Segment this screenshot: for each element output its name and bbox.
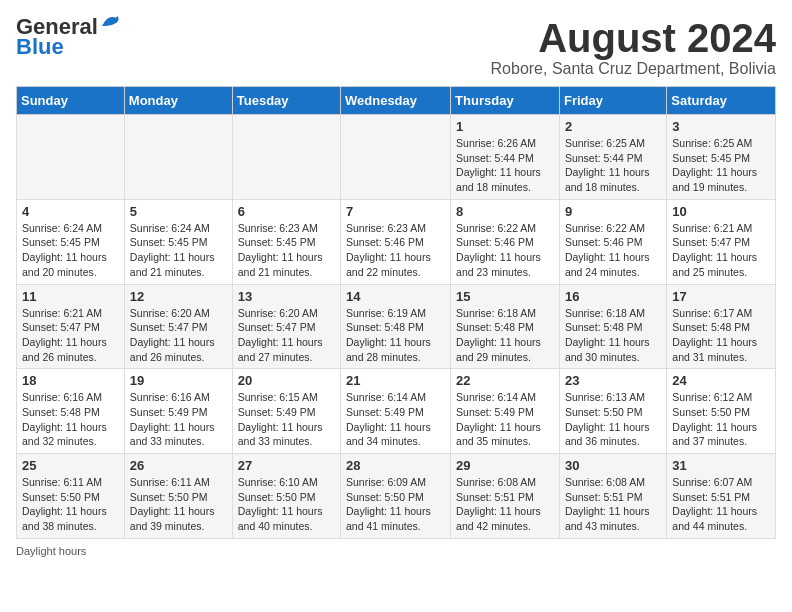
weekday-header-cell: Friday: [559, 87, 666, 115]
calendar-day-cell: 12Sunrise: 6:20 AM Sunset: 5:47 PM Dayli…: [124, 284, 232, 369]
weekday-header-cell: Monday: [124, 87, 232, 115]
day-info: Sunrise: 6:22 AM Sunset: 5:46 PM Dayligh…: [565, 221, 661, 280]
day-info: Sunrise: 6:13 AM Sunset: 5:50 PM Dayligh…: [565, 390, 661, 449]
day-number: 10: [672, 204, 770, 219]
calendar-day-cell: 26Sunrise: 6:11 AM Sunset: 5:50 PM Dayli…: [124, 454, 232, 539]
day-number: 27: [238, 458, 335, 473]
calendar-day-cell: 8Sunrise: 6:22 AM Sunset: 5:46 PM Daylig…: [451, 199, 560, 284]
calendar-week-row: 4Sunrise: 6:24 AM Sunset: 5:45 PM Daylig…: [17, 199, 776, 284]
day-number: 21: [346, 373, 445, 388]
day-info: Sunrise: 6:20 AM Sunset: 5:47 PM Dayligh…: [130, 306, 227, 365]
calendar-day-cell: 21Sunrise: 6:14 AM Sunset: 5:49 PM Dayli…: [341, 369, 451, 454]
day-info: Sunrise: 6:10 AM Sunset: 5:50 PM Dayligh…: [238, 475, 335, 534]
day-info: Sunrise: 6:26 AM Sunset: 5:44 PM Dayligh…: [456, 136, 554, 195]
day-number: 5: [130, 204, 227, 219]
weekday-header-cell: Sunday: [17, 87, 125, 115]
day-number: 12: [130, 289, 227, 304]
calendar-day-cell: 2Sunrise: 6:25 AM Sunset: 5:44 PM Daylig…: [559, 115, 666, 200]
day-number: 11: [22, 289, 119, 304]
calendar-day-cell: 5Sunrise: 6:24 AM Sunset: 5:45 PM Daylig…: [124, 199, 232, 284]
day-info: Sunrise: 6:16 AM Sunset: 5:48 PM Dayligh…: [22, 390, 119, 449]
calendar-day-cell: 7Sunrise: 6:23 AM Sunset: 5:46 PM Daylig…: [341, 199, 451, 284]
calendar-week-row: 18Sunrise: 6:16 AM Sunset: 5:48 PM Dayli…: [17, 369, 776, 454]
calendar-day-cell: 11Sunrise: 6:21 AM Sunset: 5:47 PM Dayli…: [17, 284, 125, 369]
calendar-day-cell: [232, 115, 340, 200]
weekday-header-row: SundayMondayTuesdayWednesdayThursdayFrid…: [17, 87, 776, 115]
day-number: 18: [22, 373, 119, 388]
day-info: Sunrise: 6:21 AM Sunset: 5:47 PM Dayligh…: [22, 306, 119, 365]
calendar-day-cell: 17Sunrise: 6:17 AM Sunset: 5:48 PM Dayli…: [667, 284, 776, 369]
calendar-day-cell: 4Sunrise: 6:24 AM Sunset: 5:45 PM Daylig…: [17, 199, 125, 284]
day-number: 6: [238, 204, 335, 219]
calendar-day-cell: 6Sunrise: 6:23 AM Sunset: 5:45 PM Daylig…: [232, 199, 340, 284]
calendar-day-cell: 24Sunrise: 6:12 AM Sunset: 5:50 PM Dayli…: [667, 369, 776, 454]
calendar-day-cell: 25Sunrise: 6:11 AM Sunset: 5:50 PM Dayli…: [17, 454, 125, 539]
day-number: 1: [456, 119, 554, 134]
day-number: 16: [565, 289, 661, 304]
logo-bird-icon: [100, 12, 122, 30]
calendar-table: SundayMondayTuesdayWednesdayThursdayFrid…: [16, 86, 776, 539]
day-number: 20: [238, 373, 335, 388]
day-info: Sunrise: 6:11 AM Sunset: 5:50 PM Dayligh…: [130, 475, 227, 534]
calendar-day-cell: 28Sunrise: 6:09 AM Sunset: 5:50 PM Dayli…: [341, 454, 451, 539]
day-info: Sunrise: 6:11 AM Sunset: 5:50 PM Dayligh…: [22, 475, 119, 534]
logo: General Blue: [16, 16, 122, 58]
weekday-header-cell: Saturday: [667, 87, 776, 115]
weekday-header-cell: Thursday: [451, 87, 560, 115]
calendar-day-cell: 9Sunrise: 6:22 AM Sunset: 5:46 PM Daylig…: [559, 199, 666, 284]
day-info: Sunrise: 6:24 AM Sunset: 5:45 PM Dayligh…: [22, 221, 119, 280]
calendar-day-cell: 3Sunrise: 6:25 AM Sunset: 5:45 PM Daylig…: [667, 115, 776, 200]
day-info: Sunrise: 6:19 AM Sunset: 5:48 PM Dayligh…: [346, 306, 445, 365]
day-number: 26: [130, 458, 227, 473]
calendar-day-cell: 30Sunrise: 6:08 AM Sunset: 5:51 PM Dayli…: [559, 454, 666, 539]
calendar-week-row: 1Sunrise: 6:26 AM Sunset: 5:44 PM Daylig…: [17, 115, 776, 200]
day-info: Sunrise: 6:24 AM Sunset: 5:45 PM Dayligh…: [130, 221, 227, 280]
day-info: Sunrise: 6:14 AM Sunset: 5:49 PM Dayligh…: [456, 390, 554, 449]
calendar-day-cell: 29Sunrise: 6:08 AM Sunset: 5:51 PM Dayli…: [451, 454, 560, 539]
calendar-day-cell: 23Sunrise: 6:13 AM Sunset: 5:50 PM Dayli…: [559, 369, 666, 454]
day-number: 15: [456, 289, 554, 304]
day-number: 19: [130, 373, 227, 388]
day-info: Sunrise: 6:20 AM Sunset: 5:47 PM Dayligh…: [238, 306, 335, 365]
day-number: 7: [346, 204, 445, 219]
daylight-hours-label: Daylight hours: [16, 545, 86, 557]
day-number: 17: [672, 289, 770, 304]
day-info: Sunrise: 6:23 AM Sunset: 5:46 PM Dayligh…: [346, 221, 445, 280]
month-year-title: August 2024: [491, 16, 776, 60]
day-info: Sunrise: 6:08 AM Sunset: 5:51 PM Dayligh…: [565, 475, 661, 534]
calendar-day-cell: 14Sunrise: 6:19 AM Sunset: 5:48 PM Dayli…: [341, 284, 451, 369]
day-info: Sunrise: 6:23 AM Sunset: 5:45 PM Dayligh…: [238, 221, 335, 280]
day-number: 29: [456, 458, 554, 473]
day-number: 31: [672, 458, 770, 473]
calendar-day-cell: [341, 115, 451, 200]
day-info: Sunrise: 6:16 AM Sunset: 5:49 PM Dayligh…: [130, 390, 227, 449]
day-info: Sunrise: 6:22 AM Sunset: 5:46 PM Dayligh…: [456, 221, 554, 280]
day-number: 30: [565, 458, 661, 473]
day-info: Sunrise: 6:12 AM Sunset: 5:50 PM Dayligh…: [672, 390, 770, 449]
day-number: 2: [565, 119, 661, 134]
day-info: Sunrise: 6:17 AM Sunset: 5:48 PM Dayligh…: [672, 306, 770, 365]
calendar-day-cell: 13Sunrise: 6:20 AM Sunset: 5:47 PM Dayli…: [232, 284, 340, 369]
day-number: 24: [672, 373, 770, 388]
calendar-day-cell: 31Sunrise: 6:07 AM Sunset: 5:51 PM Dayli…: [667, 454, 776, 539]
day-number: 22: [456, 373, 554, 388]
day-number: 13: [238, 289, 335, 304]
day-info: Sunrise: 6:14 AM Sunset: 5:49 PM Dayligh…: [346, 390, 445, 449]
location-subtitle: Robore, Santa Cruz Department, Bolivia: [491, 60, 776, 78]
calendar-day-cell: [17, 115, 125, 200]
calendar-week-row: 25Sunrise: 6:11 AM Sunset: 5:50 PM Dayli…: [17, 454, 776, 539]
calendar-week-row: 11Sunrise: 6:21 AM Sunset: 5:47 PM Dayli…: [17, 284, 776, 369]
title-area: August 2024 Robore, Santa Cruz Departmen…: [491, 16, 776, 78]
day-number: 9: [565, 204, 661, 219]
calendar-body: 1Sunrise: 6:26 AM Sunset: 5:44 PM Daylig…: [17, 115, 776, 539]
day-info: Sunrise: 6:21 AM Sunset: 5:47 PM Dayligh…: [672, 221, 770, 280]
day-number: 23: [565, 373, 661, 388]
day-info: Sunrise: 6:18 AM Sunset: 5:48 PM Dayligh…: [456, 306, 554, 365]
calendar-day-cell: 19Sunrise: 6:16 AM Sunset: 5:49 PM Dayli…: [124, 369, 232, 454]
day-info: Sunrise: 6:25 AM Sunset: 5:44 PM Dayligh…: [565, 136, 661, 195]
calendar-day-cell: 16Sunrise: 6:18 AM Sunset: 5:48 PM Dayli…: [559, 284, 666, 369]
calendar-day-cell: 27Sunrise: 6:10 AM Sunset: 5:50 PM Dayli…: [232, 454, 340, 539]
calendar-day-cell: 15Sunrise: 6:18 AM Sunset: 5:48 PM Dayli…: [451, 284, 560, 369]
calendar-day-cell: 22Sunrise: 6:14 AM Sunset: 5:49 PM Dayli…: [451, 369, 560, 454]
calendar-day-cell: [124, 115, 232, 200]
